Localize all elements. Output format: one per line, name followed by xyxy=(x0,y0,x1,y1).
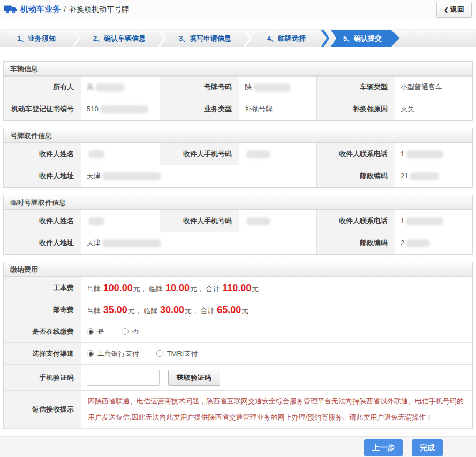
redacted-value xyxy=(406,150,443,158)
step-bar: 1、业务须知 2、确认车辆信息 3、填写申请信息 4、临牌选择 5、确认提交 xyxy=(0,29,476,47)
icbc-pay-option[interactable]: 工商银行支付 xyxy=(87,349,139,357)
cert-number-value: 510 xyxy=(81,98,160,120)
breadcrumb-separator: / xyxy=(64,5,66,14)
redacted-value xyxy=(410,172,439,180)
back-button[interactable]: ❮返回 xyxy=(436,2,472,18)
radio-no[interactable] xyxy=(122,328,129,335)
table-row: 收件人地址 天津 邮政编码 21 xyxy=(4,165,472,187)
vehicle-info-section: 车辆信息 所有人 高 号牌号码 陕 车辆类型 小型普通客车 机动车登记证书编号 … xyxy=(3,61,473,121)
redacted-value xyxy=(406,217,443,225)
business-type-label: 业务类型 xyxy=(160,98,239,120)
recipient-name-label: 收件人姓名 xyxy=(4,143,81,165)
online-payment-options: 是 否 xyxy=(81,321,472,343)
table-row: 收件人姓名 收件人手机号码 收件人联系电话 1 xyxy=(4,143,472,165)
step-3-application[interactable]: 3、填写申请信息 xyxy=(166,30,244,47)
recipient-name-value xyxy=(81,210,160,232)
radio-yes[interactable] xyxy=(87,328,94,335)
cert-number-label: 机动车登记证书编号 xyxy=(4,98,81,120)
reason-label: 补换领原因 xyxy=(317,98,395,120)
business-type-value: 补领号牌 xyxy=(239,98,317,120)
sms-code-label: 手机验证码 xyxy=(4,365,81,391)
breadcrumb-current: 补换领机动车号牌 xyxy=(69,5,129,14)
online-pay-yes-option[interactable]: 是 xyxy=(87,327,104,336)
step-5-confirm-submit[interactable]: 5、确认提交 xyxy=(331,30,399,47)
top-bar: 机动车业务 / 补换领机动车号牌 ❮返回 xyxy=(0,0,476,19)
table-row: 收件人姓名 收件人手机号码 收件人联系电话 1 xyxy=(4,210,472,232)
step-active-lead-chevron xyxy=(321,30,329,47)
plate-pickup-title: 号牌取件信息 xyxy=(4,128,472,143)
sms-code-input[interactable] xyxy=(87,370,160,386)
content: 车辆信息 所有人 高 号牌号码 陕 车辆类型 小型普通客车 机动车登记证书编号 … xyxy=(0,47,476,436)
plate-pickup-table: 收件人姓名 收件人手机号码 收件人联系电话 1 收件人地址 天津 邮政编码 21 xyxy=(4,143,472,187)
table-row: 手机验证码 获取验证码 xyxy=(4,365,472,391)
temp-plate-pickup-section: 临时号牌取件信息 收件人姓名 收件人手机号码 收件人联系电话 1 收件人地址 天… xyxy=(3,195,473,255)
plate-number-label: 号牌号码 xyxy=(160,77,239,98)
recipient-mobile-value xyxy=(239,143,317,165)
step-separator-icon xyxy=(158,30,166,47)
total-fee-amount: 110.00 xyxy=(222,283,251,293)
step-4-temp-plate[interactable]: 4、临牌选择 xyxy=(252,30,321,47)
vehicle-info-table: 所有人 高 号牌号码 陕 车辆类型 小型普通客车 机动车登记证书编号 510 业… xyxy=(4,76,472,120)
temp-plate-pickup-table: 收件人姓名 收件人手机号码 收件人联系电话 1 收件人地址 天津 邮政编码 2 xyxy=(4,210,472,254)
page: 机动车业务 / 补换领机动车号牌 ❮返回 1、业务须知 2、确认车辆信息 3、填… xyxy=(0,0,476,457)
fees-section: 缴纳费用 工本费 号牌 100.00元， 临牌 10.00元， 合计 110.0… xyxy=(3,262,473,429)
table-row: 短信接收提示 因陕西省联通、电信运营商技术问题，陕西省互联网交通安全综合服务管理… xyxy=(4,391,472,429)
finish-button[interactable]: 完成 xyxy=(412,439,443,456)
step-separator-icon xyxy=(73,30,80,47)
recipient-name-label: 收件人姓名 xyxy=(4,210,81,232)
online-pay-no-option[interactable]: 否 xyxy=(122,327,139,336)
step-5-group: 5、确认提交 xyxy=(321,30,399,47)
sms-tip-text: 因陕西省联通、电信运营商技术问题，陕西省互联网交通安全综合服务管理平台无法向持陕… xyxy=(81,391,472,429)
temp-postage-amount: 30.00 xyxy=(160,304,184,315)
plate-fee-amount: 100.00 xyxy=(103,283,133,293)
redacted-value xyxy=(102,172,161,180)
table-row: 所有人 高 号牌号码 陕 车辆类型 小型普通客车 xyxy=(4,77,472,98)
online-payment-label: 是否在线缴费 xyxy=(4,321,81,343)
step-1-notice[interactable]: 1、业务须知 xyxy=(0,30,73,47)
table-row: 机动车登记证书编号 510 业务类型 补领号牌 补换领原因 灭失 xyxy=(4,98,472,120)
radio-tmri[interactable] xyxy=(156,350,163,357)
recipient-phone-value: 1 xyxy=(395,210,472,232)
recipient-mobile-value xyxy=(239,210,317,232)
tmri-pay-option[interactable]: TMRI支付 xyxy=(156,349,198,357)
owner-value: 高 xyxy=(81,77,160,98)
recipient-mobile-label: 收件人手机号码 xyxy=(160,210,239,232)
zip-code-value: 2 xyxy=(395,232,472,254)
recipient-phone-label: 收件人联系电话 xyxy=(317,210,395,232)
table-row: 收件人地址 天津 邮政编码 2 xyxy=(4,232,472,254)
recipient-address-label: 收件人地址 xyxy=(4,232,81,254)
owner-label: 所有人 xyxy=(4,77,81,98)
table-row: 工本费 号牌 100.00元， 临牌 10.00元， 合计 110.00元 xyxy=(4,277,472,299)
step-separator-icon xyxy=(244,30,252,47)
plate-number-value: 陕 xyxy=(239,77,317,98)
radio-icbc[interactable] xyxy=(87,350,94,357)
recipient-mobile-label: 收件人手机号码 xyxy=(160,143,239,165)
zip-code-label: 邮政编码 xyxy=(317,165,395,187)
redacted-value xyxy=(100,105,148,113)
vehicle-type-label: 车辆类型 xyxy=(317,77,395,98)
postage-fee-value: 号牌 35.00元， 临牌 30.00元， 合计 65.00元 xyxy=(81,299,472,321)
temp-fee-amount: 10.00 xyxy=(165,283,190,293)
recipient-address-label: 收件人地址 xyxy=(4,165,81,187)
breadcrumb-title[interactable]: 机动车业务 xyxy=(20,4,61,14)
redacted-value xyxy=(406,239,430,247)
recipient-address-value: 天津 xyxy=(81,165,317,187)
truck-icon xyxy=(4,5,17,14)
table-row: 邮寄费 号牌 35.00元， 临牌 30.00元， 合计 65.00元 xyxy=(4,299,472,321)
step-2-confirm-vehicle[interactable]: 2、确认车辆信息 xyxy=(80,30,158,47)
get-code-button[interactable]: 获取验证码 xyxy=(168,370,220,386)
temp-plate-pickup-title: 临时号牌取件信息 xyxy=(4,195,472,210)
plate-postage-amount: 35.00 xyxy=(103,304,127,315)
recipient-phone-label: 收件人联系电话 xyxy=(317,143,395,165)
total-postage-amount: 65.00 xyxy=(217,304,241,315)
redacted-value xyxy=(95,83,125,92)
reason-value: 灭失 xyxy=(395,98,472,120)
table-row: 是否在线缴费 是 否 xyxy=(4,321,472,343)
fees-table: 工本费 号牌 100.00元， 临牌 10.00元， 合计 110.00元 邮寄… xyxy=(4,277,472,429)
payment-channel-options: 工商银行支付 TMRI支付 xyxy=(81,343,472,365)
redacted-value xyxy=(246,150,270,158)
plate-pickup-section: 号牌取件信息 收件人姓名 收件人手机号码 收件人联系电话 1 收件人地址 天津 … xyxy=(3,128,473,188)
back-label: 返回 xyxy=(450,5,464,13)
payment-channel-label: 选择支付渠道 xyxy=(4,343,81,365)
previous-step-button[interactable]: 上一步 xyxy=(364,439,403,456)
